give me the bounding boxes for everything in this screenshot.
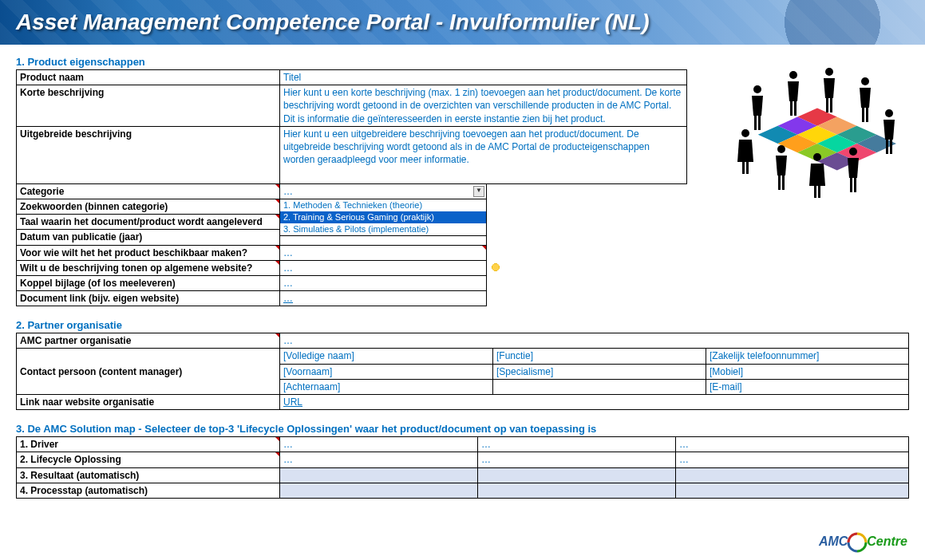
section1-table-lower: Categorie … ▼ 1. Methoden & Technieken (…	[16, 183, 487, 307]
field-specialisme[interactable]: [Specialisme]	[493, 364, 706, 379]
field-driver-2[interactable]: …	[478, 437, 676, 452]
label-taal: Taal waarin het document/product wordt a…	[17, 215, 280, 230]
field-product-naam[interactable]: Titel	[280, 70, 687, 85]
field-categorie[interactable]: … ▼ 1. Methoden & Technieken (theorie) 2…	[280, 183, 487, 199]
row-resultaat: 3. Resultaat (automatisch)	[17, 467, 909, 483]
svg-point-36	[849, 148, 857, 156]
field-korte-beschrijving[interactable]: Hier kunt u een korte beschrijving (max.…	[280, 85, 687, 127]
field-telefoon[interactable]: [Zakelijk telefoonnummer]	[706, 349, 909, 364]
dropdown-option-2[interactable]: 2. Training & Serious Gaming (praktijk)	[280, 211, 486, 223]
svg-rect-38	[854, 178, 856, 192]
label-amc-partner: AMC partner organisatie	[17, 333, 280, 349]
section1-title: 1. Product eigenschappen	[16, 56, 687, 68]
svg-point-21	[861, 77, 869, 85]
svg-point-24	[885, 109, 893, 117]
svg-rect-26	[890, 140, 892, 154]
label-voor-wie: Voor wie wilt het het product beschikbaa…	[17, 245, 280, 260]
svg-rect-28	[742, 160, 745, 174]
section2-title: 2. Partner organisatie	[16, 319, 909, 331]
svg-rect-32	[782, 175, 785, 190]
field-resultaat-3	[676, 467, 909, 483]
svg-rect-16	[790, 101, 793, 116]
field-volledige-naam[interactable]: [Volledige naam]	[280, 349, 493, 364]
categorie-dropdown-list[interactable]: 1. Methoden & Technieken (theorie) 2. Tr…	[279, 199, 487, 236]
row-lifecycle: 2. Lifecycle Oplossing … … …	[17, 452, 909, 467]
svg-point-33	[813, 153, 821, 161]
field-amc-partner[interactable]: …	[280, 333, 909, 349]
label-link-website: Link naar website organisatie	[17, 395, 280, 410]
field-voor-wie[interactable]: …	[280, 245, 487, 260]
svg-rect-14	[758, 116, 761, 130]
label-korte-beschrijving: Korte beschrijving	[17, 85, 280, 127]
svg-rect-37	[850, 178, 852, 192]
warning-icon	[491, 262, 500, 272]
row-processtap: 4. Processtap (automatisch)	[17, 483, 909, 498]
svg-rect-31	[778, 175, 781, 190]
page-title: Asset Management Competence Portal - Inv…	[16, 10, 649, 35]
people-puzzle-illustration	[725, 56, 909, 199]
field-lifecycle-1[interactable]: …	[280, 452, 478, 467]
svg-point-18	[825, 68, 833, 76]
svg-rect-17	[794, 101, 797, 116]
label-product-naam: Product naam	[17, 70, 280, 85]
svg-rect-20	[830, 98, 832, 112]
svg-rect-22	[862, 108, 864, 122]
svg-point-12	[753, 85, 761, 93]
section3-title: 3. De AMC Solution map - Selecteer de to…	[16, 423, 909, 435]
field-processtap-1	[280, 483, 478, 498]
section3-table: 1. Driver … … … 2. Lifecycle Oplossing ……	[16, 436, 909, 499]
field-driver-1[interactable]: …	[280, 437, 478, 452]
label-datum: Datum van publicatie (jaar)	[17, 230, 280, 245]
field-processtap-2	[478, 483, 676, 498]
field-processtap-3	[676, 483, 909, 498]
field-email[interactable]: [E-mail]	[706, 379, 909, 394]
section2-table: AMC partner organisatie … Contact persoo…	[16, 333, 909, 410]
field-tonen-website[interactable]: …	[280, 260, 487, 275]
field-driver-3[interactable]: …	[676, 437, 909, 452]
field-koppel-bijlage[interactable]: …	[280, 275, 487, 290]
dropdown-option-1[interactable]: 1. Methoden & Technieken (theorie)	[280, 199, 486, 211]
label-document-link: Document link (bijv. eigen website)	[17, 291, 280, 306]
svg-point-27	[741, 129, 749, 137]
field-achternaam[interactable]: [Achternaam]	[280, 379, 493, 394]
field-voornaam[interactable]: [Voornaam]	[280, 364, 493, 379]
field-uitgebreide-beschrijving[interactable]: Hier kunt u een uitgebreidere beschrijvi…	[280, 126, 687, 183]
field-resultaat-1	[280, 467, 478, 483]
svg-rect-13	[754, 116, 757, 130]
field-lifecycle-3[interactable]: …	[676, 452, 909, 467]
field-col2-3[interactable]	[493, 379, 706, 394]
svg-point-30	[777, 145, 785, 153]
svg-rect-29	[746, 160, 749, 174]
label-categorie: Categorie	[17, 183, 280, 199]
svg-rect-23	[866, 108, 868, 122]
section1-table: Product naam Titel Korte beschrijving Hi…	[16, 69, 687, 184]
row-driver: 1. Driver … … …	[17, 437, 909, 452]
label-koppel-bijlage: Koppel bijlage (of los meeleveren)	[17, 275, 280, 290]
svg-point-15	[789, 71, 797, 79]
label-zoekwoorden: Zoekwoorden (binnen categorie)	[17, 199, 280, 214]
label-uitgebreide-beschrijving: Uitgebreide beschrijving	[17, 126, 280, 183]
dropdown-option-3[interactable]: 3. Simulaties & Pilots (implementatie)	[280, 223, 486, 235]
field-resultaat-2	[478, 467, 676, 483]
field-document-link[interactable]: …	[280, 291, 487, 306]
field-lifecycle-2[interactable]: …	[478, 452, 676, 467]
field-mobiel[interactable]: [Mobiel]	[706, 364, 909, 379]
header-banner: Asset Management Competence Portal - Inv…	[0, 0, 925, 45]
field-functie[interactable]: [Functie]	[493, 349, 706, 364]
dropdown-arrow-icon[interactable]: ▼	[473, 186, 484, 197]
svg-rect-19	[826, 98, 828, 112]
field-link-website[interactable]: URL	[280, 395, 909, 410]
svg-rect-35	[818, 183, 820, 198]
svg-rect-34	[814, 183, 816, 198]
label-contact-persoon: Contact persoon (content manager)	[17, 349, 280, 395]
label-tonen-website: Wilt u de beschrijving tonen op algemene…	[17, 260, 280, 275]
svg-rect-25	[886, 140, 888, 154]
